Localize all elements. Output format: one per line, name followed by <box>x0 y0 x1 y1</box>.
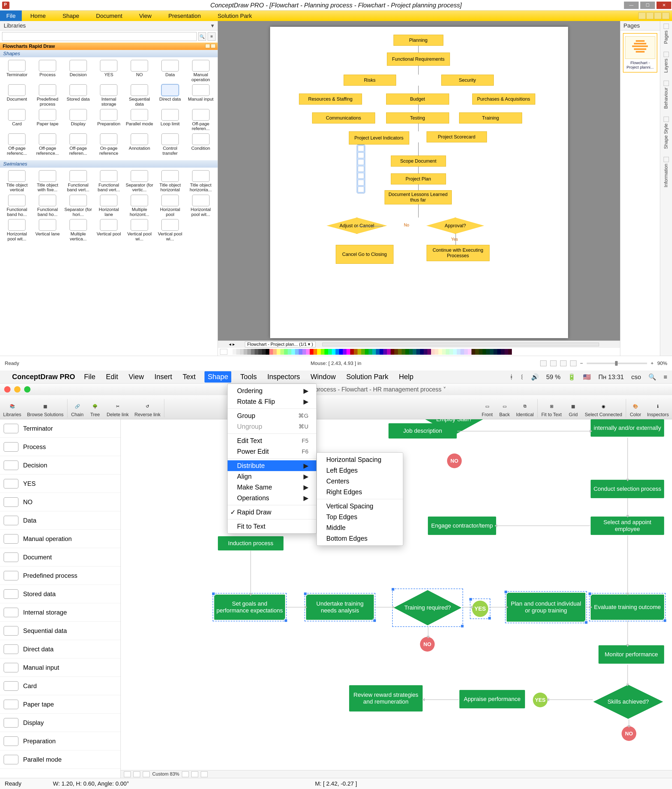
color-swatch[interactable] <box>255 349 258 355</box>
color-swatch[interactable] <box>232 349 236 355</box>
flow-node[interactable]: internally and/or externally <box>591 419 664 437</box>
distribute-submenu[interactable]: Horizontal SpacingLeft EdgesCentersRight… <box>317 452 403 546</box>
ribbon-help-icon[interactable] <box>639 12 646 19</box>
minitool-icon[interactable] <box>358 173 364 179</box>
menu-item[interactable]: Top Edges <box>317 511 403 522</box>
flow-no[interactable]: NO <box>447 454 462 468</box>
color-swatch[interactable] <box>347 349 350 355</box>
menu-item[interactable]: Group⌘G <box>228 410 316 421</box>
color-swatch[interactable] <box>258 349 262 355</box>
flow-node[interactable]: Engage contractor/temp <box>428 516 496 535</box>
mb-shape[interactable]: Shape <box>204 371 231 383</box>
color-swatch[interactable] <box>486 349 490 355</box>
selconn-icon[interactable]: ◉ <box>598 401 609 412</box>
menu-item[interactable]: Operations▶ <box>228 493 316 503</box>
color-swatch[interactable] <box>435 349 438 355</box>
shape-item[interactable]: Parallel mode <box>124 108 155 133</box>
library-grid-button[interactable]: ≡ <box>208 32 215 41</box>
flow-node[interactable]: Purchases & Acquisitions <box>472 94 535 105</box>
menu-item[interactable]: Align▶ <box>228 471 316 482</box>
color-swatch[interactable] <box>372 349 376 355</box>
color-swatch[interactable] <box>449 349 453 355</box>
flow-node[interactable]: Job description <box>389 423 457 439</box>
color-swatch[interactable] <box>288 349 291 355</box>
sidetab-icon[interactable] <box>664 81 669 86</box>
libraries-icon[interactable]: 📚 <box>6 401 18 412</box>
shape-item[interactable]: Display <box>63 108 94 133</box>
color-swatch[interactable] <box>505 349 508 355</box>
sidetab-icon[interactable] <box>664 117 669 122</box>
mac-lib-item[interactable]: Sequential data <box>0 621 121 640</box>
color-swatch[interactable] <box>501 349 505 355</box>
page-tab[interactable]: Flowchart - Project plan... (1/1 ▾ ) <box>245 342 315 347</box>
menu-item[interactable]: Vertical Spacing <box>317 501 403 511</box>
color-swatch[interactable] <box>442 349 446 355</box>
flow-node[interactable]: Scope Document <box>391 155 446 166</box>
shape-item[interactable]: Multiple vertica... <box>63 218 94 243</box>
color-swatch[interactable] <box>229 349 232 355</box>
canvas-page[interactable]: PlanningFunctional RequirementsRisksSecu… <box>270 27 568 338</box>
shape-item[interactable]: Title object horizontal <box>155 169 186 194</box>
shape-item[interactable]: Off-page referen... <box>63 133 94 157</box>
color-swatch[interactable] <box>240 349 244 355</box>
menu-item[interactable]: Edit TextF5 <box>228 435 316 446</box>
color-swatch[interactable] <box>277 349 280 355</box>
color-swatch[interactable] <box>468 349 471 355</box>
flow-node[interactable]: Training <box>459 112 522 123</box>
reverselink-icon[interactable]: ↺ <box>142 401 153 412</box>
menu-item[interactable]: Make Same▶ <box>228 482 316 493</box>
color-swatch[interactable] <box>236 349 240 355</box>
color-swatch[interactable] <box>464 349 468 355</box>
shape-item[interactable]: Separator (for vertic... <box>124 169 155 194</box>
flow-node[interactable]: Approval? <box>427 217 484 234</box>
shape-item[interactable]: Manual input <box>185 83 216 108</box>
color-swatch[interactable] <box>401 349 405 355</box>
mac-hscroll[interactable]: Custom 83% <box>121 770 672 778</box>
cat-min-icon[interactable] <box>205 44 210 48</box>
shape-item[interactable]: YES <box>94 59 124 83</box>
mb-text[interactable]: Text <box>181 371 197 383</box>
tree-icon[interactable]: 🌳 <box>89 401 101 412</box>
minitool-icon[interactable] <box>358 145 364 151</box>
flow-node[interactable]: Project Level Indicators <box>349 131 409 144</box>
flow-node[interactable]: Skills achieved? <box>593 685 663 719</box>
inspectors-icon[interactable]: ℹ <box>652 401 664 412</box>
color-swatch[interactable] <box>420 349 424 355</box>
page-thumbnail[interactable]: Flowchart - Project planni... <box>623 33 657 72</box>
menu-item[interactable]: Middle <box>317 522 403 533</box>
shape-item[interactable]: Card <box>2 108 32 133</box>
shape-item[interactable]: Horizontal pool wit... <box>185 194 216 218</box>
status-icon-1[interactable] <box>540 361 546 366</box>
shape-item[interactable]: Off-page reference... <box>32 133 63 157</box>
color-swatch[interactable] <box>350 349 354 355</box>
menu-item[interactable]: Left Edges <box>317 465 403 476</box>
minitool-icon[interactable] <box>358 152 364 158</box>
color-swatch[interactable] <box>303 349 306 355</box>
mac-lib-item[interactable]: Terminator <box>0 419 121 438</box>
status-icon-4[interactable] <box>570 361 576 366</box>
flow-node[interactable]: Project Plan <box>391 173 446 184</box>
spotlight-icon[interactable]: 🔍 <box>648 373 656 381</box>
traffic-close[interactable] <box>4 386 11 393</box>
menu-shape[interactable]: Shape <box>54 11 88 21</box>
flow-no[interactable]: NO <box>622 726 636 741</box>
search-input[interactable] <box>2 32 197 41</box>
color-swatch[interactable] <box>431 349 435 355</box>
menu-item[interactable]: Bottom Edges <box>317 533 403 544</box>
flow-node[interactable]: Select and appoint employee <box>591 516 664 535</box>
color-swatch[interactable] <box>427 349 431 355</box>
menu-presentation[interactable]: Presentation <box>160 11 209 21</box>
color-swatch[interactable] <box>306 349 310 355</box>
mini-toolbar[interactable] <box>357 144 365 193</box>
identical-icon[interactable]: ⧉ <box>519 401 531 412</box>
color-swatch[interactable] <box>483 349 486 355</box>
sidetab-label[interactable]: Information <box>663 164 669 187</box>
clock[interactable]: Пн 13:31 <box>598 373 624 381</box>
color-swatch[interactable] <box>508 349 512 355</box>
shape-item[interactable]: Sequential data <box>124 83 155 108</box>
mac-lib-item[interactable]: Stored data <box>0 585 121 603</box>
color-swatch[interactable] <box>314 349 317 355</box>
color-swatch[interactable] <box>336 349 339 355</box>
mac-lib-item[interactable]: Direct data <box>0 640 121 658</box>
color-swatch[interactable] <box>354 349 358 355</box>
